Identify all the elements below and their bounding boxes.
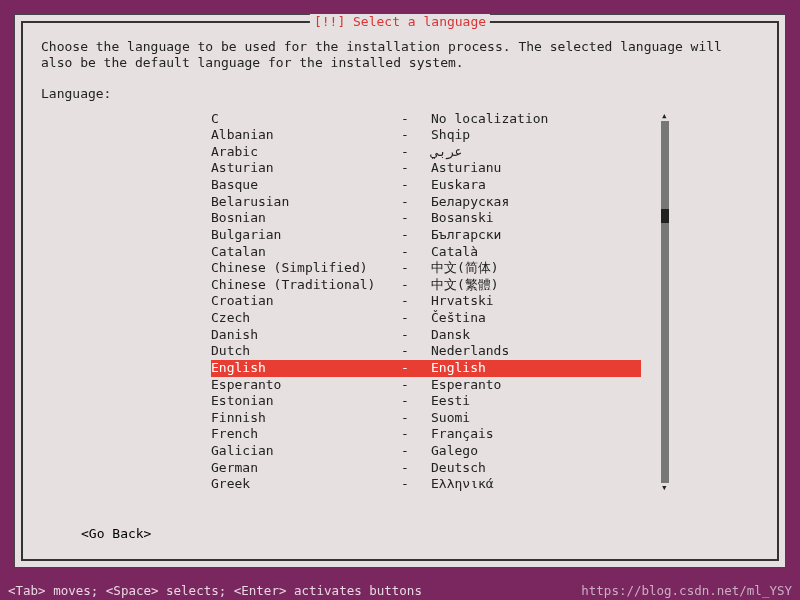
- scrollbar[interactable]: ▴ ▾: [661, 113, 669, 491]
- language-option[interactable]: Danish-Dansk: [211, 327, 641, 344]
- language-name: Croatian: [211, 293, 401, 310]
- language-native: Беларуская: [431, 194, 641, 211]
- language-list: C-No localizationAlbanian-ShqipArabic-عر…: [211, 111, 641, 493]
- separator: -: [401, 194, 431, 211]
- language-native: Asturianu: [431, 160, 641, 177]
- language-option[interactable]: Asturian-Asturianu: [211, 160, 641, 177]
- language-option[interactable]: C-No localization: [211, 111, 641, 128]
- language-option[interactable]: Basque-Euskara: [211, 177, 641, 194]
- separator: -: [401, 443, 431, 460]
- language-native: Български: [431, 227, 641, 244]
- language-name: Chinese (Traditional): [211, 277, 401, 294]
- separator: -: [401, 111, 431, 128]
- language-name: Basque: [211, 177, 401, 194]
- language-name: English: [211, 360, 401, 377]
- scroll-thumb[interactable]: [661, 209, 669, 223]
- language-name: French: [211, 426, 401, 443]
- language-name: Dutch: [211, 343, 401, 360]
- language-option[interactable]: Dutch-Nederlands: [211, 343, 641, 360]
- separator: -: [401, 127, 431, 144]
- language-option[interactable]: Bulgarian-Български: [211, 227, 641, 244]
- language-option[interactable]: Galician-Galego: [211, 443, 641, 460]
- language-native: عربي: [431, 144, 641, 161]
- separator: -: [401, 377, 431, 394]
- language-name: Danish: [211, 327, 401, 344]
- language-option[interactable]: Finnish-Suomi: [211, 410, 641, 427]
- separator: -: [401, 360, 431, 377]
- language-native: Hrvatski: [431, 293, 641, 310]
- language-name: German: [211, 460, 401, 477]
- language-option[interactable]: Esperanto-Esperanto: [211, 377, 641, 394]
- language-name: Galician: [211, 443, 401, 460]
- separator: -: [401, 160, 431, 177]
- separator: -: [401, 327, 431, 344]
- language-dialog: [!!] Select a language Choose the langua…: [14, 14, 786, 568]
- language-native: Dansk: [431, 327, 641, 344]
- language-native: Esperanto: [431, 377, 641, 394]
- separator: -: [401, 260, 431, 277]
- language-name: Belarusian: [211, 194, 401, 211]
- language-name: Czech: [211, 310, 401, 327]
- separator: -: [401, 410, 431, 427]
- language-name: Bulgarian: [211, 227, 401, 244]
- separator: -: [401, 177, 431, 194]
- language-name: Albanian: [211, 127, 401, 144]
- language-option[interactable]: Albanian-Shqip: [211, 127, 641, 144]
- language-option[interactable]: Czech-Čeština: [211, 310, 641, 327]
- separator: -: [401, 144, 431, 161]
- language-native: Català: [431, 244, 641, 261]
- language-option[interactable]: Greek-Ελληνικά: [211, 476, 641, 493]
- language-native: Français: [431, 426, 641, 443]
- language-option[interactable]: Bosnian-Bosanski: [211, 210, 641, 227]
- separator: -: [401, 393, 431, 410]
- language-option[interactable]: Belarusian-Беларуская: [211, 194, 641, 211]
- separator: -: [401, 227, 431, 244]
- go-back-button[interactable]: <Go Back>: [81, 526, 151, 541]
- language-option[interactable]: Estonian-Eesti: [211, 393, 641, 410]
- separator: -: [401, 210, 431, 227]
- language-name: Finnish: [211, 410, 401, 427]
- separator: -: [401, 244, 431, 261]
- dialog-border: [!!] Select a language Choose the langua…: [21, 21, 779, 561]
- footer-bar: <Tab> moves; <Space> selects; <Enter> ac…: [0, 580, 800, 600]
- separator: -: [401, 343, 431, 360]
- language-native: Ελληνικά: [431, 476, 641, 493]
- language-native: No localization: [431, 111, 641, 128]
- language-name: Arabic: [211, 144, 401, 161]
- dialog-content: Choose the language to be used for the i…: [23, 23, 777, 503]
- language-name: Esperanto: [211, 377, 401, 394]
- language-option[interactable]: French-Français: [211, 426, 641, 443]
- language-name: Asturian: [211, 160, 401, 177]
- language-native: 中文(简体): [431, 260, 641, 277]
- language-name: C: [211, 111, 401, 128]
- scroll-up-icon[interactable]: ▴: [661, 111, 669, 121]
- separator: -: [401, 277, 431, 294]
- language-native: Čeština: [431, 310, 641, 327]
- language-native: Galego: [431, 443, 641, 460]
- language-option[interactable]: German-Deutsch: [211, 460, 641, 477]
- language-name: Catalan: [211, 244, 401, 261]
- language-native: Eesti: [431, 393, 641, 410]
- separator: -: [401, 426, 431, 443]
- dialog-title: [!!] Select a language: [310, 14, 490, 29]
- scroll-down-icon[interactable]: ▾: [661, 483, 669, 493]
- separator: -: [401, 293, 431, 310]
- language-option[interactable]: Croatian-Hrvatski: [211, 293, 641, 310]
- language-native: Bosanski: [431, 210, 641, 227]
- language-label: Language:: [41, 86, 759, 101]
- language-native: Shqip: [431, 127, 641, 144]
- separator: -: [401, 476, 431, 493]
- language-option[interactable]: Arabic-عربي: [211, 144, 641, 161]
- language-option[interactable]: English-English: [211, 360, 641, 377]
- footer-help-text: <Tab> moves; <Space> selects; <Enter> ac…: [8, 583, 422, 598]
- separator: -: [401, 310, 431, 327]
- language-native: English: [431, 360, 641, 377]
- language-name: Chinese (Simplified): [211, 260, 401, 277]
- instruction-text: Choose the language to be used for the i…: [41, 39, 759, 72]
- language-name: Bosnian: [211, 210, 401, 227]
- language-option[interactable]: Catalan-Català: [211, 244, 641, 261]
- language-name: Estonian: [211, 393, 401, 410]
- language-option[interactable]: Chinese (Simplified)-中文(简体): [211, 260, 641, 277]
- language-option[interactable]: Chinese (Traditional)-中文(繁體): [211, 277, 641, 294]
- language-native: Suomi: [431, 410, 641, 427]
